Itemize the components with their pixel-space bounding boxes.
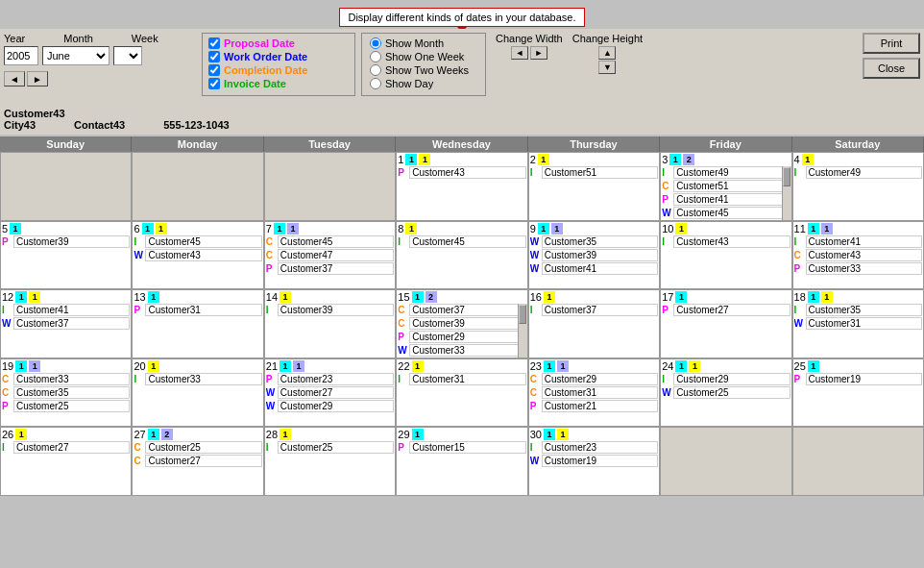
entry-name[interactable]: Customer25 <box>278 441 394 454</box>
entry-name[interactable]: Customer35 <box>806 304 922 316</box>
cal-cell-r0c5[interactable]: 312ICustomer49CCustomer51PCustomer41WCus… <box>660 152 791 221</box>
cal-cell-r0c3[interactable]: 111PCustomer43 <box>396 152 527 221</box>
cal-cell-r4c4[interactable]: 3011ICustomer23WCustomer19 <box>528 427 660 496</box>
entry-name[interactable]: Customer29 <box>278 400 394 412</box>
cal-cell-r3c0[interactable]: 1911CCustomer33CCustomer35PCustomer25 <box>0 358 132 428</box>
cal-cell-r0c6[interactable]: 41ICustomer49 <box>792 152 924 221</box>
cal-cell-r3c2[interactable]: 2111PCustomer23WCustomer27WCustomer29 <box>264 358 396 428</box>
next-button[interactable]: ► <box>27 71 48 86</box>
entry-name[interactable]: Customer43 <box>145 249 261 261</box>
cal-cell-r2c1[interactable]: 131PCustomer31 <box>132 289 263 358</box>
cal-cell-r3c6[interactable]: 251PCustomer19 <box>792 358 924 428</box>
cal-cell-r1c2[interactable]: 711CCustomer45CCustomer47PCustomer37 <box>264 221 396 290</box>
entry-name[interactable]: Customer51 <box>673 180 790 192</box>
invoice-checkbox[interactable] <box>208 78 220 89</box>
month-select[interactable]: JuneJanuaryFebruary MarchAprilMay JulyAu… <box>42 46 109 65</box>
entry-name[interactable]: Customer37 <box>409 304 525 316</box>
cal-cell-r1c4[interactable]: 911WCustomer35WCustomer39WCustomer41 <box>528 221 660 290</box>
cal-cell-r3c3[interactable]: 221ICustomer31 <box>396 358 527 428</box>
show-day-radio[interactable] <box>370 78 381 89</box>
cal-cell-r4c1[interactable]: 2712CCustomer25CCustomer27 <box>132 427 263 496</box>
entry-name[interactable]: Customer31 <box>806 317 922 330</box>
entry-name[interactable]: Customer29 <box>409 331 525 343</box>
entry-name[interactable]: Customer35 <box>13 386 130 399</box>
entry-name[interactable]: Customer41 <box>673 193 790 206</box>
entry-name[interactable]: Customer15 <box>409 441 525 454</box>
entry-name[interactable]: Customer19 <box>806 373 922 385</box>
cal-cell-r1c6[interactable]: 1111ICustomer41CCustomer43PCustomer33 <box>792 221 924 290</box>
cal-cell-r4c0[interactable]: 261ICustomer27 <box>0 427 132 496</box>
entry-name[interactable]: Customer43 <box>806 249 922 261</box>
entry-name[interactable]: Customer29 <box>673 373 790 385</box>
cal-cell-r3c1[interactable]: 201ICustomer33 <box>132 358 263 428</box>
cal-cell-r2c0[interactable]: 1211ICustomer41WCustomer37 <box>0 289 132 358</box>
cal-cell-r1c0[interactable]: 51PCustomer39 <box>0 221 132 290</box>
cal-cell-r2c3[interactable]: 1512CCustomer37CCustomer39PCustomer29WCu… <box>396 289 527 358</box>
cal-cell-r4c6[interactable] <box>792 427 924 496</box>
entry-name[interactable]: Customer39 <box>13 235 130 248</box>
entry-name[interactable]: Customer37 <box>278 262 394 275</box>
entry-name[interactable]: Customer43 <box>673 235 790 248</box>
entry-name[interactable]: Customer49 <box>806 166 922 179</box>
entry-name[interactable]: Customer33 <box>13 373 130 385</box>
completion-checkbox[interactable] <box>208 64 220 76</box>
show-one-week-radio[interactable] <box>370 51 381 62</box>
cal-cell-r1c5[interactable]: 101ICustomer43 <box>660 221 791 290</box>
cal-cell-r2c2[interactable]: 141ICustomer39 <box>264 289 396 358</box>
entry-name[interactable]: Customer25 <box>145 441 261 454</box>
entry-name[interactable]: Customer31 <box>409 373 525 385</box>
entry-name[interactable]: Customer41 <box>542 262 658 275</box>
prev-button[interactable]: ◄ <box>4 71 25 86</box>
cell-scrollbar[interactable] <box>518 304 527 358</box>
entry-name[interactable]: Customer47 <box>278 249 394 261</box>
entry-name[interactable]: Customer39 <box>542 249 658 261</box>
entry-name[interactable]: Customer29 <box>542 373 658 385</box>
entry-name[interactable]: Customer35 <box>542 235 658 248</box>
year-input[interactable] <box>4 46 38 65</box>
entry-name[interactable]: Customer51 <box>542 166 658 179</box>
entry-name[interactable]: Customer45 <box>673 207 790 219</box>
entry-name[interactable]: Customer39 <box>278 304 394 316</box>
entry-name[interactable]: Customer19 <box>542 455 658 467</box>
entry-name[interactable]: Customer31 <box>145 304 261 316</box>
width-decrease-button[interactable]: ◄ <box>511 46 528 60</box>
entry-name[interactable]: Customer23 <box>542 441 658 454</box>
cal-cell-r1c1[interactable]: 611ICustomer45WCustomer43 <box>132 221 263 290</box>
entry-name[interactable]: Customer31 <box>542 386 658 399</box>
show-two-weeks-radio[interactable] <box>370 64 381 76</box>
entry-name[interactable]: Customer33 <box>806 262 922 275</box>
cal-cell-r0c0[interactable] <box>0 152 132 221</box>
print-button[interactable]: Print <box>863 33 920 54</box>
cal-cell-r3c5[interactable]: 2411ICustomer29WCustomer25 <box>660 358 791 428</box>
cal-cell-r1c3[interactable]: 81ICustomer45 <box>396 221 527 290</box>
entry-name[interactable]: Customer45 <box>278 235 394 248</box>
cal-cell-r4c5[interactable] <box>660 427 791 496</box>
entry-name[interactable]: Customer25 <box>673 386 790 399</box>
cal-cell-r0c1[interactable] <box>132 152 263 221</box>
close-button[interactable]: Close <box>863 58 920 79</box>
cal-cell-r3c4[interactable]: 2311CCustomer29CCustomer31PCustomer21 <box>528 358 660 428</box>
workorder-checkbox[interactable] <box>208 51 220 62</box>
entry-name[interactable]: Customer33 <box>409 344 525 357</box>
entry-name[interactable]: Customer49 <box>673 166 790 179</box>
entry-name[interactable]: Customer27 <box>13 441 130 454</box>
cal-cell-r2c4[interactable]: 161ICustomer37 <box>528 289 660 358</box>
entry-name[interactable]: Customer23 <box>278 373 394 385</box>
entry-name[interactable]: Customer27 <box>673 304 790 316</box>
week-select[interactable]: 1234 <box>113 46 142 65</box>
entry-name[interactable]: Customer27 <box>278 386 394 399</box>
cal-cell-r0c2[interactable] <box>264 152 396 221</box>
proposal-checkbox[interactable] <box>208 37 220 49</box>
cell-scrollbar[interactable] <box>782 166 791 220</box>
entry-name[interactable]: Customer45 <box>409 235 525 248</box>
height-decrease-button[interactable]: ▼ <box>598 61 616 74</box>
entry-name[interactable]: Customer43 <box>409 166 525 179</box>
show-month-radio[interactable] <box>370 37 381 49</box>
entry-name[interactable]: Customer45 <box>145 235 261 248</box>
entry-name[interactable]: Customer37 <box>542 304 658 316</box>
cal-cell-r4c3[interactable]: 291PCustomer15 <box>396 427 527 496</box>
cal-cell-r4c2[interactable]: 281ICustomer25 <box>264 427 396 496</box>
entry-name[interactable]: Customer39 <box>409 317 525 330</box>
height-increase-button[interactable]: ▲ <box>598 46 616 60</box>
entry-name[interactable]: Customer33 <box>145 373 261 385</box>
